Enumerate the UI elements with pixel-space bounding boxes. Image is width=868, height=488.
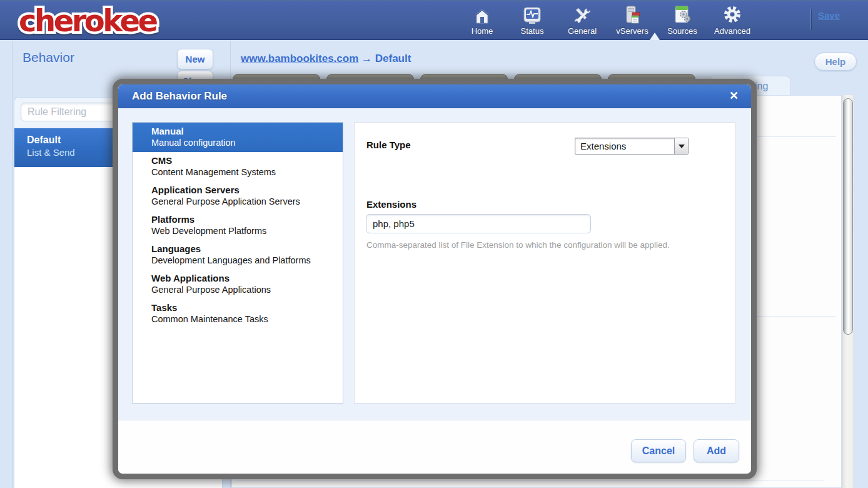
extensions-input[interactable] (366, 214, 591, 233)
breadcrumb-vserver-link[interactable]: www.bambookites.com (241, 53, 358, 64)
top-navbar: cherokee Home (0, 0, 868, 40)
breadcrumb-current: Default (375, 53, 411, 64)
category-title: Tasks (151, 302, 338, 313)
nav-label: General (568, 26, 597, 36)
active-section-indicator (650, 33, 660, 40)
extensions-label: Extensions (366, 199, 416, 210)
rule-type-select[interactable]: Extensions (575, 138, 689, 155)
nav-item-status[interactable]: Status (514, 5, 550, 36)
left-edge-divider (12, 41, 13, 488)
select-dropdown-button[interactable] (674, 138, 688, 154)
breadcrumb: www.bambookites.com → Default (241, 53, 411, 65)
status-monitor-icon (522, 5, 542, 25)
tools-icon (573, 5, 592, 25)
category-title: Web Applications (151, 273, 338, 284)
category-item-cms[interactable]: CMS Content Management Systems (133, 152, 343, 181)
category-subtitle: Content Management Systems (151, 166, 338, 178)
category-item-tasks[interactable]: Tasks Common Maintenance Tasks (133, 299, 343, 328)
category-title: CMS (151, 155, 338, 166)
scrollbar-thumb[interactable] (843, 98, 853, 335)
category-title: Platforms (151, 214, 338, 225)
gear-icon (722, 5, 742, 25)
category-item-manual[interactable]: Manual Manual configuration (133, 123, 343, 152)
rule-type-label: Rule Type (366, 140, 411, 150)
server-icon (623, 5, 642, 25)
breadcrumb-separator: → (361, 53, 372, 64)
nav-item-general[interactable]: General (564, 5, 600, 36)
nav-label: Sources (667, 26, 697, 36)
chevron-down-icon (679, 145, 685, 148)
category-subtitle: Manual configuration (151, 137, 338, 148)
add-behavior-rule-dialog: Add Behavior Rule ✕ Manual Manual config… (113, 79, 757, 479)
nav-label: Home (472, 26, 493, 36)
category-title: Languages (151, 243, 338, 255)
rule-type-selected-value: Extensions (575, 141, 674, 151)
nav-label: vServers (616, 26, 648, 36)
category-subtitle: Common Maintenance Tasks (151, 313, 338, 325)
nav-item-sources[interactable]: Sources (664, 5, 700, 36)
category-title: Manual (151, 126, 338, 137)
svg-text:cherokee: cherokee (19, 3, 158, 38)
nav-item-vservers[interactable]: vServers (614, 5, 650, 36)
category-subtitle: General Purpose Applications (151, 284, 338, 295)
category-item-application-servers[interactable]: Application Servers General Purpose Appl… (133, 181, 343, 211)
nav-label: Advanced (714, 26, 750, 36)
category-item-web-applications[interactable]: Web Applications General Purpose Applica… (133, 270, 343, 299)
cherokee-logo[interactable]: cherokee (15, 3, 184, 41)
rule-category-list: Manual Manual configuration CMS Content … (132, 122, 343, 404)
home-icon (473, 5, 492, 25)
dialog-footer: Cancel Add (118, 420, 751, 474)
close-icon[interactable]: ✕ (729, 89, 739, 103)
help-button[interactable]: Help (814, 53, 857, 71)
navbar-divider (810, 9, 811, 30)
cancel-button[interactable]: Cancel (631, 439, 686, 462)
category-item-languages[interactable]: Languages Development Languages and Plat… (133, 240, 343, 270)
category-subtitle: General Purpose Application Servers (151, 196, 338, 207)
manual-rule-form: Rule Type Extensions Extensions Comma-se… (354, 122, 735, 404)
page-title: Behavior (23, 50, 74, 65)
save-button[interactable]: Save (818, 10, 840, 21)
category-subtitle: Web Development Platforms (151, 225, 338, 236)
dialog-header: Add Behavior Rule ✕ (118, 84, 751, 108)
nav-item-home[interactable]: Home (464, 5, 500, 36)
category-subtitle: Development Languages and Platforms (151, 255, 338, 266)
nav-label: Status (521, 26, 544, 36)
nav-menu: Home Status (464, 5, 750, 36)
new-rule-button[interactable]: New (177, 49, 213, 69)
category-item-platforms[interactable]: Platforms Web Development Platforms (133, 211, 343, 240)
sources-window-icon (673, 5, 692, 25)
vertical-scrollbar[interactable] (842, 95, 854, 488)
category-title: Application Servers (151, 185, 338, 196)
extensions-help-text: Comma-separated list of File Extension t… (366, 240, 723, 250)
nav-item-advanced[interactable]: Advanced (714, 5, 750, 36)
add-button[interactable]: Add (694, 439, 739, 462)
cherokee-admin-app: cherokee Home (0, 0, 868, 488)
content-divider (237, 480, 824, 480)
dialog-title: Add Behavior Rule (118, 90, 227, 103)
